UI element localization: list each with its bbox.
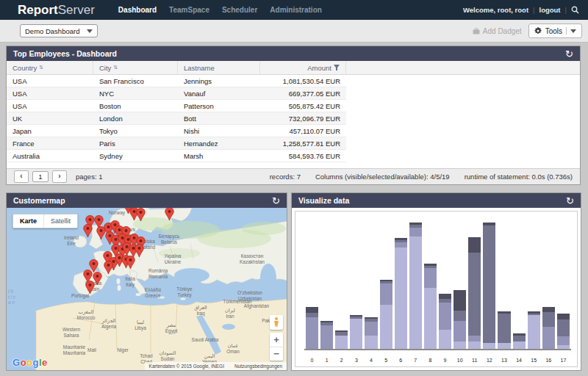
bar-segment-segment-1-light xyxy=(439,330,451,349)
table-row[interactable]: USABostonPatterson505,875.42 EUR xyxy=(7,100,346,112)
map-marker[interactable] xyxy=(83,224,93,238)
table-row[interactable]: AustraliaSydneyMarsh584,593.76 EUR xyxy=(7,150,346,162)
map-marker[interactable] xyxy=(104,261,113,275)
sort-icon[interactable]: ⇅ xyxy=(113,65,118,70)
table-cell: Nishi xyxy=(178,127,260,135)
terms-link[interactable]: Nutzungsbedingungen xyxy=(234,364,282,369)
stacked-bar-5[interactable] xyxy=(380,280,392,349)
table-cell: Paris xyxy=(93,140,178,148)
refresh-icon[interactable]: ↻ xyxy=(566,196,574,206)
gear-icon xyxy=(534,27,542,35)
bar-segment-segment-4-dark xyxy=(557,314,570,319)
nav-item-scheduler[interactable]: Scheduler xyxy=(222,6,257,14)
map-marker[interactable] xyxy=(136,208,146,222)
zoom-in-button[interactable]: + xyxy=(270,333,283,347)
column-header-city[interactable]: City⇅ xyxy=(93,61,178,74)
chart-plot-area xyxy=(304,212,571,350)
column-header-amount[interactable]: Amount xyxy=(260,61,346,74)
map-type-satellit-button[interactable]: Satellit xyxy=(43,214,77,228)
stacked-bar-0[interactable] xyxy=(306,307,318,349)
table-cell: USA xyxy=(7,90,93,98)
nav-item-administration[interactable]: Administration xyxy=(270,6,322,14)
stacked-bar-11[interactable] xyxy=(468,237,481,349)
app-logo[interactable]: ReportServer xyxy=(18,3,95,18)
table-row[interactable]: FranceParisHernandez1,258,577.81 EUR xyxy=(7,137,346,150)
table-cell: 457,110.07 EUR xyxy=(260,127,346,135)
x-axis-tick-label: 10 xyxy=(453,358,466,363)
search-icon[interactable] xyxy=(571,6,579,14)
stacked-bar-8[interactable] xyxy=(424,264,437,349)
bar-segment-segment-3-slate xyxy=(468,253,481,336)
refresh-icon[interactable]: ↻ xyxy=(565,49,573,59)
stacked-bar-12[interactable] xyxy=(483,223,495,349)
stacked-bar-7[interactable] xyxy=(409,223,422,349)
table-row[interactable]: USASan FranciscoJennings1,081,530.54 EUR xyxy=(7,75,346,87)
google-logo-letter: G xyxy=(12,357,21,368)
refresh-icon[interactable]: ↻ xyxy=(272,196,280,206)
zoom-out-button[interactable]: − xyxy=(270,347,283,361)
google-logo-letter: g xyxy=(33,357,39,368)
stacked-bar-15[interactable] xyxy=(528,311,540,349)
column-header-country[interactable]: Country⇅ xyxy=(7,61,93,74)
prev-page-button[interactable]: ‹ xyxy=(14,170,29,183)
table-cell: NYC xyxy=(93,90,178,98)
map-type-control: Karte Satellit xyxy=(12,214,78,228)
x-axis-tick-label: 15 xyxy=(528,358,540,363)
bar-segment-segment-3-slate xyxy=(542,312,555,327)
stacked-bar-13[interactable] xyxy=(498,311,510,349)
stacked-bar-6[interactable] xyxy=(395,238,407,349)
stacked-bar-1[interactable] xyxy=(320,321,333,349)
visualize-data-panel: Visualize data ↻ 01234567891011121314151… xyxy=(291,192,581,371)
stacked-bar-10[interactable] xyxy=(453,290,466,349)
table-cell: Patterson xyxy=(178,102,260,110)
stacked-bar-16[interactable] xyxy=(542,307,555,349)
google-map[interactable]: NorwayDanmark DenmarkIreland ÉirePolska … xyxy=(7,208,287,370)
stacked-bar-3[interactable] xyxy=(350,315,362,349)
main-menu: DashboardTeamSpaceSchedulerAdministratio… xyxy=(118,6,322,14)
navbar-right: Welcome, root, root | logout | xyxy=(463,6,579,14)
page-number-input[interactable] xyxy=(32,171,49,182)
filter-icon[interactable] xyxy=(334,65,340,70)
stacked-bar-9[interactable] xyxy=(439,294,451,349)
add-dadget-button[interactable]: Add Dadget xyxy=(473,27,522,35)
x-axis-tick-label: 6 xyxy=(395,358,407,363)
stacked-bar-chart: 01234567891011121314151617 xyxy=(295,211,578,367)
table-cell: USA xyxy=(7,102,93,110)
pages-label: pages: 1 xyxy=(76,173,102,181)
table-row[interactable]: USANYCVanauf669,377.05 EUR xyxy=(7,87,346,100)
nav-item-dashboard[interactable]: Dashboard xyxy=(118,6,157,14)
table-cell: 505,875.42 EUR xyxy=(260,102,346,110)
x-axis-tick-label: 8 xyxy=(424,358,437,363)
nav-item-teamspace[interactable]: TeamSpace xyxy=(169,6,209,14)
x-axis-tick-label: 16 xyxy=(542,358,555,363)
x-axis-tick-label: 2 xyxy=(335,358,348,363)
tools-button[interactable]: Tools xyxy=(528,24,582,38)
panel-title: Visualize data xyxy=(298,196,349,205)
map-copyright: Kartendaten © 2015 Google, INEGI xyxy=(149,364,224,369)
column-header-lastname[interactable]: Lastname xyxy=(178,61,260,74)
sort-icon[interactable]: ⇅ xyxy=(39,65,43,70)
dashboard-select[interactable]: Demo Dashboard xyxy=(20,24,98,37)
dashboard-toolbar: Demo Dashboard Add Dadget Tools xyxy=(0,20,588,43)
stacked-bar-4[interactable] xyxy=(365,317,377,349)
stacked-bar-17[interactable] xyxy=(557,314,570,349)
logout-link[interactable]: logout xyxy=(539,6,561,14)
bar-segment-segment-2-medium xyxy=(306,317,318,349)
bar-segment-segment-2-medium xyxy=(380,283,392,305)
map-marker[interactable] xyxy=(85,281,95,294)
map-type-karte-button[interactable]: Karte xyxy=(13,214,43,228)
table-row[interactable]: JapanTokyoNishi457,110.07 EUR xyxy=(7,125,346,137)
map-marker[interactable] xyxy=(135,244,144,258)
map-marker[interactable] xyxy=(165,208,174,221)
google-logo[interactable]: Google xyxy=(12,357,48,368)
table-cell: France xyxy=(7,140,93,148)
table-cell: Australia xyxy=(7,152,93,160)
map-marker[interactable] xyxy=(126,256,135,270)
stacked-bar-2[interactable] xyxy=(335,330,348,349)
table-row[interactable]: UKLondonBott732,096.79 EUR xyxy=(7,112,346,125)
next-page-button[interactable]: › xyxy=(52,170,67,183)
bar-segment-segment-2-medium xyxy=(557,336,570,345)
stacked-bar-14[interactable] xyxy=(513,333,526,349)
x-axis-tick-label: 14 xyxy=(513,358,526,363)
pegman-control[interactable] xyxy=(270,315,283,330)
